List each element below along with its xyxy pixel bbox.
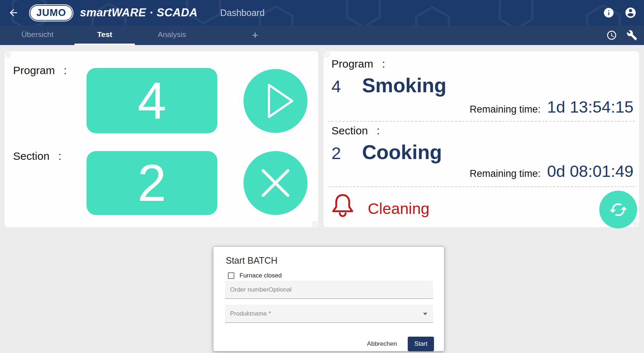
product-brand: smartWARE · SCADA: [80, 6, 198, 19]
separator: [328, 121, 635, 122]
widget-resize-grip[interactable]: [5, 52, 11, 57]
play-icon: [243, 69, 307, 133]
status-program-row: 4 Smoking: [331, 74, 446, 97]
info-icon: [603, 7, 615, 19]
program-remaining-value: 1d 13:54:15: [547, 98, 633, 117]
tab-uebersicht[interactable]: Übersicht: [7, 25, 68, 45]
dashboard-tab-bar: Übersicht Test Analysis +: [0, 25, 644, 45]
refresh-button[interactable]: [599, 191, 637, 228]
furnace-closed-checkbox-row[interactable]: Furnace closed: [228, 272, 282, 279]
section-remaining-label: Remaining time:: [470, 168, 540, 179]
batch-status-widget: Program : 4 Smoking Remaining time: 1d 1…: [323, 51, 640, 228]
back-button[interactable]: [5, 4, 22, 21]
chevron-down-icon: [423, 313, 427, 315]
furnace-closed-checkbox[interactable]: [228, 272, 234, 279]
status-section-row: 2 Cooking: [331, 141, 442, 164]
cancel-program-button[interactable]: [243, 151, 307, 215]
tabbar-spacer: [266, 25, 603, 45]
status-program-name: Smoking: [362, 74, 446, 97]
account-button[interactable]: [622, 4, 639, 21]
alarm-row: Cleaning: [329, 191, 430, 226]
info-button[interactable]: [600, 4, 617, 21]
clock-icon: [606, 30, 617, 41]
history-button[interactable]: [603, 27, 620, 44]
status-section-name: Cooking: [362, 141, 442, 164]
dialog-title: Start BATCH: [226, 255, 278, 266]
program-control-widget: Program : 4 Section : 2: [4, 51, 319, 228]
product-name-select-label: Produktname *: [230, 310, 271, 317]
alarm-text: Cleaning: [368, 200, 430, 218]
cancel-button[interactable]: Abbrechen: [366, 337, 398, 350]
widget-resize-grip[interactable]: [324, 52, 330, 57]
status-section-number: 2: [331, 143, 341, 163]
status-program-label: Program :: [331, 58, 385, 70]
start-button[interactable]: Start: [408, 337, 434, 351]
section-value-box[interactable]: 2: [86, 151, 217, 215]
program-remaining-label: Remaining time:: [470, 104, 540, 115]
section-remaining-row: Remaining time: 0d 08:01:49: [470, 162, 633, 181]
add-tab-button[interactable]: +: [244, 25, 266, 45]
widget-resize-grip[interactable]: [312, 221, 318, 227]
cancel-x-icon: [243, 151, 307, 215]
account-icon: [624, 7, 637, 19]
tab-analysis[interactable]: Analysis: [142, 25, 202, 45]
refresh-sync-icon: [599, 191, 637, 228]
section-label: Section :: [13, 150, 61, 162]
program-label: Program :: [13, 64, 67, 77]
section-remaining-value: 0d 08:01:49: [547, 162, 633, 181]
start-batch-dialog: Start BATCH Furnace closed Produktname *…: [213, 246, 444, 352]
program-remaining-row: Remaining time: 1d 13:54:15: [470, 98, 633, 117]
start-program-button[interactable]: [243, 69, 307, 133]
program-value-box[interactable]: 4: [86, 68, 217, 133]
arrow-back-icon: [8, 7, 19, 18]
separator: [328, 186, 635, 187]
dialog-actions: Abbrechen Start: [366, 337, 434, 351]
page-title: Dashboard: [220, 8, 265, 18]
product-name-select[interactable]: Produktname *: [225, 305, 433, 323]
status-program-number: 4: [331, 76, 341, 96]
wrench-icon: [627, 30, 637, 41]
order-number-input[interactable]: [225, 281, 433, 299]
jumo-logo: JUMO: [29, 4, 73, 21]
furnace-closed-label: Furnace closed: [240, 272, 282, 279]
status-section-label: Section :: [331, 125, 380, 137]
tab-test[interactable]: Test: [75, 25, 135, 45]
alarm-bell-icon: [329, 191, 356, 226]
jumo-logo-text: JUMO: [31, 6, 72, 20]
top-app-bar: JUMO smartWARE · SCADA Dashboard: [0, 0, 644, 25]
settings-button[interactable]: [624, 27, 640, 44]
